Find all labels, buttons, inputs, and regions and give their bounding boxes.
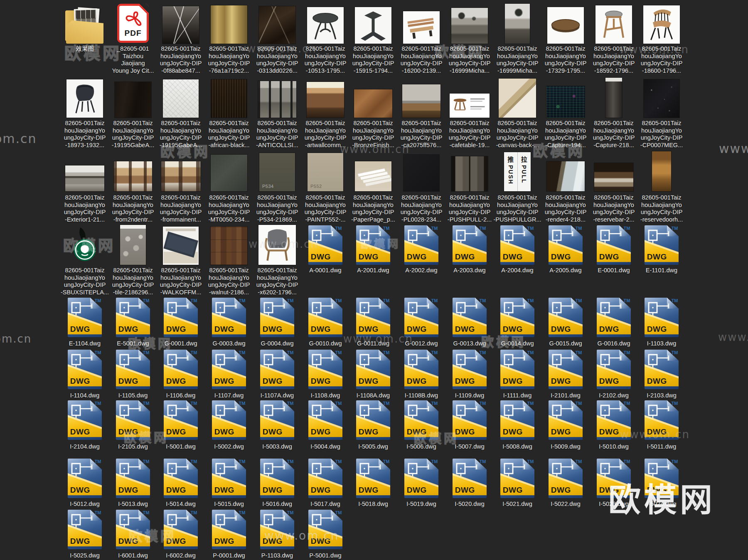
- image-file-item[interactable]: 82605-001TaizhouJiaojiangYoungJoyCity-DI…: [636, 151, 687, 191]
- dwg-file-item[interactable]: DWGTMG-0013.dwg: [444, 298, 495, 337]
- dwg-file-item[interactable]: DWGTMI-5008.dwg: [492, 400, 543, 440]
- dwg-file-item[interactable]: DWGTMG-0004.dwg: [251, 298, 303, 337]
- dwg-file-item[interactable]: DWGTMI-1107A.dwg: [251, 350, 303, 389]
- image-file-item[interactable]: 82605-001TaizhouJiaojiangYoungJoyCity-DI…: [300, 7, 351, 44]
- dwg-file-item[interactable]: DWGTMI-1105.dwg: [107, 350, 159, 389]
- image-file-item[interactable]: 82605-001TaizhouJiaojiangYoungJoyCity-DI…: [251, 6, 303, 44]
- image-file-item[interactable]: 82605-001TaizhouJiaojiangYoungJoyCity-DI…: [155, 161, 207, 191]
- dwg-file-item[interactable]: DWGTMG-0015.dwg: [540, 298, 591, 337]
- dwg-file-item[interactable]: DWGTMG-0016.dwg: [588, 298, 640, 337]
- image-file-item[interactable]: 82605-001TaizhouJiaojiangYoungJoyCity-DI…: [540, 86, 591, 118]
- image-file-item[interactable]: 82605-001TaizhouJiaojiangYoungJoyCity-DI…: [347, 89, 399, 118]
- image-file-item[interactable]: 82605-001TaizhouJiaojiangYoungJoyCity-DI…: [107, 161, 159, 191]
- image-file-item[interactable]: 82605-001TaizhouJiaojiangYoungJoyCity-DI…: [203, 5, 255, 44]
- dwg-file-item[interactable]: DWGTMI-5010.dwg: [588, 400, 640, 440]
- dwg-file-item[interactable]: DWGTMI-1104.dwg: [59, 350, 111, 389]
- dwg-file-item[interactable]: DWGTMI-1111.dwg: [492, 350, 543, 389]
- image-file-item[interactable]: 82605-001TaizhouJiaojiangYoungJoyCity-DI…: [203, 227, 255, 265]
- dwg-file-item[interactable]: DWGTMI-1109.dwg: [444, 350, 495, 389]
- dwg-file-item[interactable]: DWGTMI-5022.dwg: [540, 459, 591, 498]
- dwg-file-item[interactable]: DWGTMI-1106.dwg: [155, 350, 207, 389]
- dwg-file-item[interactable]: DWGTMI-5016.dwg: [251, 459, 303, 498]
- image-file-item[interactable]: 82605-001TaizhouJiaojiangYoungJoyCity-DI…: [300, 82, 351, 118]
- dwg-file-item[interactable]: DWGTMI-5020.dwg: [444, 459, 495, 498]
- image-file-item[interactable]: 82605-001TaizhouJiaojiangYoungJoyCity-DI…: [107, 82, 159, 118]
- image-file-item[interactable]: 推PUSH拉PULL82605-001TaizhouJiaojiangYoung…: [492, 152, 543, 191]
- image-file-item[interactable]: 82605-001TaizhouJiaojiangYoungJoyCity-DI…: [251, 81, 303, 118]
- dwg-file-item[interactable]: DWGTMP-1103.dwg: [251, 510, 303, 549]
- image-file-item[interactable]: 82605-001TaizhouJiaojiangYoungJoyCity-DI…: [540, 161, 591, 191]
- dwg-file-item[interactable]: DWGTMI-5009.dwg: [540, 400, 591, 440]
- image-file-item[interactable]: 82605-001TaizhouJiaojiangYoungJoyCity-DI…: [588, 163, 640, 191]
- image-file-item[interactable]: 82605-001TaizhouJiaojiangYoungJoyCity-DI…: [588, 78, 640, 118]
- dwg-file-item[interactable]: DWGTMI-5019.dwg: [396, 459, 447, 498]
- image-file-item[interactable]: 82605-001TaizhouJiaojiangYoungJoyCity-DI…: [59, 165, 111, 191]
- image-file-item[interactable]: 82605-001TaizhouJiaojiangYoungJoyCity-DI…: [155, 79, 207, 118]
- image-file-item[interactable]: 82605-001TaizhouJiaojiangYoungJoyCity-DI…: [155, 227, 207, 265]
- image-file-item[interactable]: 82605-001TaizhouJiaojiangYoungJoyCity-DI…: [492, 79, 543, 118]
- dwg-file-item[interactable]: DWGTMP-5001.dwg: [300, 510, 351, 549]
- image-file-item[interactable]: 82605-001TaizhouJiaojiangYoungJoyCity-DI…: [444, 156, 495, 191]
- dwg-file-item[interactable]: DWGTMI-1108A.dwg: [347, 350, 399, 389]
- image-file-item[interactable]: 82605-001TaizhouJiaojiangYoungJoyCity-DI…: [444, 94, 495, 118]
- dwg-file-item[interactable]: DWGTME-1101.dwg: [636, 225, 687, 265]
- dwg-file-item[interactable]: DWGTMI-2104.dwg: [59, 400, 111, 440]
- image-file-item[interactable]: 82605-001TaizhouJiaojiangYoungJoyCity-DI…: [492, 4, 543, 44]
- dwg-file-item[interactable]: DWGTMG-0003.dwg: [203, 298, 255, 337]
- dwg-file-item[interactable]: DWGTME-0001.dwg: [588, 225, 640, 265]
- dwg-file-item[interactable]: DWGTMA-2001.dwg: [347, 225, 399, 265]
- image-file-item[interactable]: 82605-001TaizhouJiaojiangYoungJoyCity-DI…: [396, 11, 447, 44]
- dwg-file-item[interactable]: DWGTMA-0001.dwg: [300, 225, 351, 265]
- dwg-file-item[interactable]: DWGTMG-0001.dwg: [155, 298, 207, 337]
- image-file-item[interactable]: 82605-001TaizhouJiaojiangYoungJoyCity-DI…: [203, 155, 255, 191]
- dwg-file-item[interactable]: DWGTMI-5023.dwg: [588, 459, 640, 498]
- image-file-item[interactable]: 82605-001TaizhouJiaojiangYoungJoyCity-DI…: [588, 5, 640, 44]
- dwg-file-item[interactable]: DWGTMI-1108B.dwg: [396, 350, 447, 389]
- image-file-item[interactable]: P53482605-001TaizhouJiaojiangYoungJoyCit…: [251, 153, 303, 191]
- dwg-file-item[interactable]: DWGTMG-0011.dwg: [347, 298, 399, 337]
- dwg-file-item[interactable]: DWGTMI-5012.dwg: [59, 459, 111, 498]
- image-file-item[interactable]: 82605-001TaizhouJiaojiangYoungJoyCity-DI…: [347, 7, 399, 44]
- dwg-file-item[interactable]: DWGTMI-6001.dwg: [107, 510, 159, 549]
- dwg-file-item[interactable]: DWGTMI-2101.dwg: [540, 350, 591, 389]
- dwg-file-item[interactable]: DWGTMI-1103.dwg: [636, 298, 687, 337]
- dwg-file-item[interactable]: DWGTMI-5003.dwg: [251, 400, 303, 440]
- dwg-file-item[interactable]: DWGTMA-2002.dwg: [396, 225, 447, 265]
- folder-item[interactable]: 效果图: [59, 5, 111, 44]
- image-file-item[interactable]: 82605-001TaizhouJiaojiangYoungJoyCity-DI…: [636, 5, 687, 44]
- dwg-file-item[interactable]: DWGTMI-6002.dwg: [155, 510, 207, 549]
- dwg-file-item[interactable]: DWGTMG-0010.dwg: [300, 298, 351, 337]
- dwg-file-item[interactable]: DWGTMI-1108.dwg: [300, 350, 351, 389]
- dwg-file-item[interactable]: DWGTMI-5018.dwg: [347, 459, 399, 498]
- dwg-file-item[interactable]: DWGTMI-5011.dwg: [636, 400, 687, 440]
- dwg-file-item[interactable]: DWGTMI-5002.dwg: [203, 400, 255, 440]
- image-file-item[interactable]: 82605-001TaizhouJiaojiangYoungJoyCity-DI…: [251, 225, 303, 265]
- dwg-file-item[interactable]: DWGTMG-0014.dwg: [492, 298, 543, 337]
- dwg-file-item[interactable]: DWGTMI-1107.dwg: [203, 350, 255, 389]
- dwg-file-item[interactable]: DWGTME-1104.dwg: [59, 298, 111, 337]
- dwg-file-item[interactable]: DWGTMI-5025.dwg: [59, 510, 111, 549]
- image-file-item[interactable]: 82605-001TaizhouJiaojiangYoungJoyCity-DI…: [107, 225, 159, 265]
- image-file-item[interactable]: 82605-001TaizhouJiaojiangYoungJoyCity-DI…: [396, 155, 447, 191]
- image-file-item[interactable]: 82605-001TaizhouJiaojiangYoungJoyCity-DI…: [59, 225, 111, 265]
- dwg-file-item[interactable]: DWGTMG-0012.dwg: [396, 298, 447, 337]
- dwg-file-item[interactable]: DWGTMI-5005.dwg: [347, 400, 399, 440]
- image-file-item[interactable]: P55282605-001TaizhouJiaojiangYoungJoyCit…: [300, 153, 351, 191]
- dwg-file-item[interactable]: DWGTMI-5001.dwg: [155, 400, 207, 440]
- dwg-file-item[interactable]: DWGTMI-5007.dwg: [444, 400, 495, 440]
- dwg-file-item[interactable]: DWGTMP-0001.dwg: [203, 510, 255, 549]
- dwg-file-item[interactable]: DWGTMI-5024.dwg: [636, 459, 687, 498]
- dwg-file-item[interactable]: DWGTMA-2004.dwg: [492, 225, 543, 265]
- dwg-file-item[interactable]: DWGTMA-2005.dwg: [540, 225, 591, 265]
- dwg-file-item[interactable]: DWGTMA-2003.dwg: [444, 225, 495, 265]
- image-file-item[interactable]: 82605-001TaizhouJiaojiangYoungJoyCity-DI…: [396, 84, 447, 118]
- image-file-item[interactable]: 82605-001TaizhouJiaojiangYoungJoyCity-DI…: [540, 7, 591, 44]
- dwg-file-item[interactable]: DWGTMI-5015.dwg: [203, 459, 255, 498]
- dwg-file-item[interactable]: DWGTMI-2103.dwg: [636, 350, 687, 389]
- dwg-file-item[interactable]: DWGTMI-5021.dwg: [492, 459, 543, 498]
- image-file-item[interactable]: 82605-001TaizhouJiaojiangYoungJoyCity-DI…: [636, 79, 687, 118]
- dwg-file-item[interactable]: DWGTMI-5013.dwg: [107, 459, 159, 498]
- dwg-file-item[interactable]: DWGTMI-5004.dwg: [300, 400, 351, 440]
- dwg-file-item[interactable]: DWGTMI-5014.dwg: [155, 459, 207, 498]
- image-file-item[interactable]: 82605-001TaizhouJiaojiangYoungJoyCity-DI…: [155, 6, 207, 44]
